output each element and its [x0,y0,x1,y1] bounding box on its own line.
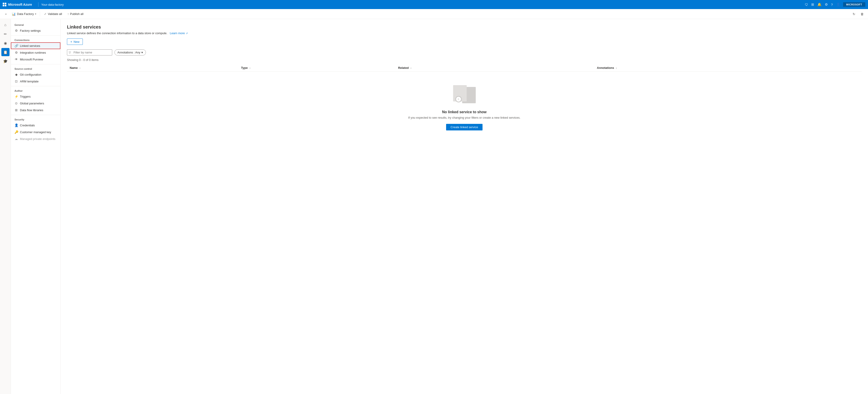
feedback-icon[interactable]: 🗨 [805,3,808,6]
sidebar-item-integration-runtimes[interactable]: ⚙ Integration runtimes [11,49,60,56]
nav-learn-button[interactable]: 🎓 [1,57,9,65]
top-bar: Microsoft Azure Your-data-factory 🗨 ⊞ 🔔 … [0,0,868,9]
sidebar-item-factory-settings[interactable]: ⚙ Factory settings [11,27,60,34]
filter-input[interactable] [67,49,112,55]
create-linked-service-button[interactable]: Create linked service [446,124,483,131]
factory-settings-icon: ⚙ [14,29,18,32]
sidebar-item-linked-services[interactable]: 🔗 Linked services [11,43,60,49]
filter-icon: ▽ [69,51,71,54]
data-table: Name ↕ Type ↕ Related ↕ Annotations ↕ [67,64,862,72]
new-button-label: New [73,40,80,44]
col-annotations-sort-icon: ↕ [616,67,617,69]
col-name-label: Name [70,66,78,69]
brand-label: Microsoft Azure [8,3,32,6]
results-count: Showing 0 - 0 of 0 items [67,58,862,62]
new-button[interactable]: + New [67,38,83,45]
table-header: Name ↕ Type ↕ Related ↕ Annotations ↕ [67,64,862,72]
second-toolbar: « 📊 Data Factory ▾ ✓ Validate all ↑ Publ… [0,9,868,19]
content-area: Linked services Linked service defines t… [61,19,868,394]
windows-logo-icon [3,3,6,6]
data-factory-section[interactable]: 📊 Data Factory ▾ [10,10,38,18]
user-icon[interactable]: 👤 [836,2,840,6]
table-header-row: Name ↕ Type ↕ Related ↕ Annotations ↕ [67,64,862,72]
col-type-sort-icon: ↕ [250,67,251,69]
col-header-type[interactable]: Type ↕ [239,64,396,72]
linked-services-label: Linked services [20,44,40,48]
source-control-section-label: Source control [11,66,60,71]
refresh-button[interactable]: ↻ [851,11,857,17]
empty-state-description: If you expected to see results, try chan… [408,116,520,119]
sidebar-item-global-parameters[interactable]: ⊙ Global parameters [11,100,60,107]
external-link-icon: ↗ [186,32,188,35]
cloud-icon: ☁ [14,137,18,141]
customer-managed-key-label: Customer managed key [20,131,51,134]
chevron-down-icon: ▾ [35,13,36,15]
sidebar-divider-3 [11,86,60,86]
create-btn-label: Create linked service [451,125,478,129]
portal-icon[interactable]: ⊞ [811,2,814,6]
global-parameters-label: Global parameters [20,102,44,105]
discard-button[interactable]: 🗑 [859,11,865,17]
top-bar-icons: 🗨 ⊞ 🔔 ⚙ ? 👤 [805,2,840,6]
security-section-label: Security [11,116,60,122]
annotations-chevron-icon: ▾ [142,51,143,54]
key-icon: 🔑 [14,130,18,134]
publish-all-button[interactable]: ↑ Publish all [65,10,86,18]
validate-all-button[interactable]: ✓ Validate all [42,10,64,18]
sidebar-item-arm-template[interactable]: ⊡ ARM template [11,78,60,85]
collapse-button[interactable]: « [3,11,9,17]
sidebar-item-triggers[interactable]: ⚡ Triggers [11,93,60,100]
annotations-label: Annotations : Any [117,51,140,54]
factory-name-label: Your-data-factory [41,3,64,6]
sidebar-item-managed-private-endpoints: ☁ Managed private endpoints [11,135,60,142]
col-name-sort-icon: ↕ [80,67,81,69]
triggers-icon: ⚡ [14,95,18,98]
col-header-name[interactable]: Name ↕ [67,64,239,72]
sidebar-divider-4 [11,115,60,115]
author-section-label: Author [11,88,60,93]
sidebar-item-customer-managed-key[interactable]: 🔑 Customer managed key [11,129,60,135]
global-params-icon: ⊙ [14,102,18,105]
sidebar-item-credentials[interactable]: 👤 Credentials [11,122,60,129]
nav-author-button[interactable]: ✏ [1,30,9,38]
col-header-related[interactable]: Related ↕ [396,64,594,72]
connections-section-label: Connections [11,37,60,43]
factory-settings-label: Factory settings [20,29,41,32]
doc-plus-icon: + [455,96,462,102]
sidebar-item-git-configuration[interactable]: ◆ Git configuration [11,71,60,78]
empty-state-title: No linked service to show [442,110,487,114]
filter-input-wrap: ▽ [67,49,112,55]
data-factory-icon: 📊 [12,12,16,16]
purview-icon: 👁 [14,58,18,61]
page-description: Linked service defines the connection in… [67,31,862,35]
nav-manage-button[interactable]: 📋 [1,48,9,56]
validate-icon: ✓ [44,12,46,16]
data-flow-icon: ⊞ [14,108,18,112]
arm-icon: ⊡ [14,80,18,83]
col-related-sort-icon: ↕ [410,67,411,69]
publish-all-label: Publish all [70,12,84,16]
sidebar-item-microsoft-purview[interactable]: 👁 Microsoft Purview [11,56,60,63]
col-header-annotations[interactable]: Annotations ↕ [594,64,862,72]
integration-runtimes-label: Integration runtimes [20,51,46,54]
empty-state: + No linked service to show If you expec… [67,72,862,144]
sidebar: General ⚙ Factory settings Connections 🔗… [11,19,61,394]
git-configuration-label: Git configuration [20,73,41,76]
learn-more-link[interactable]: Learn more ↗ [170,31,188,35]
sidebar-item-data-flow-libraries[interactable]: ⊞ Data flow libraries [11,107,60,113]
toolbar-end-icons: ↻ 🗑 [851,11,865,17]
nav-home-button[interactable]: ⌂ [1,21,9,29]
user-label[interactable]: MICROSOFT [843,2,866,7]
data-factory-label: Data Factory [17,12,34,16]
notification-icon[interactable]: 🔔 [817,2,822,6]
annotations-button[interactable]: Annotations : Any ▾ [115,49,146,55]
credentials-label: Credentials [20,124,35,127]
toolbar-divider-1 [40,12,40,16]
main-layout: ⌂ ✏ ◉ 📋 🎓 General ⚙ Factory settings Con… [0,19,868,394]
nav-monitor-button[interactable]: ◉ [1,39,9,47]
filter-bar: ▽ Annotations : Any ▾ [67,49,862,55]
help-icon[interactable]: ? [831,3,833,6]
arm-template-label: ARM template [20,80,38,83]
learn-more-label: Learn more [170,31,185,35]
settings-icon[interactable]: ⚙ [825,2,828,6]
